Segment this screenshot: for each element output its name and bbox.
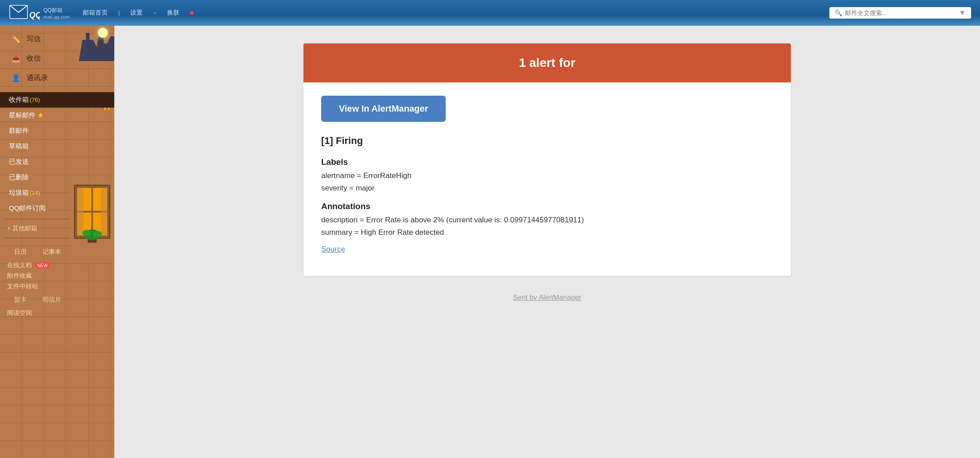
search-bar[interactable]: 🔍 ▼ xyxy=(829,7,971,19)
severity-label: severity = major xyxy=(321,184,773,193)
svg-point-12 xyxy=(93,231,102,237)
reading-space-link[interactable]: 阅读空间 xyxy=(7,309,107,317)
content-area: 1 alert for View In AlertManager [1] Fir… xyxy=(114,26,980,458)
compose-icon: ✏️ xyxy=(10,33,22,45)
labels-section-title: Labels xyxy=(321,157,773,167)
file-transfer-link[interactable]: 文件中转站 xyxy=(7,283,107,291)
nav-theme[interactable]: 换肤 xyxy=(167,9,179,17)
sidebar: 🐈 ✏️ 写信 📥 收信 👤 通讯录 收件箱(76) 星标邮件 ★ xyxy=(0,26,114,458)
search-icon: 🔍 xyxy=(835,9,842,16)
sidebar-item-starred[interactable]: 星标邮件 ★ xyxy=(0,108,114,123)
alert-header: 1 alert for xyxy=(303,43,791,82)
annotations-section-title: Annotations xyxy=(321,202,773,211)
sent-by-footer: Sent by AlertManager xyxy=(513,294,581,302)
email-card: 1 alert for View In AlertManager [1] Fir… xyxy=(303,43,791,276)
logo-area: QQ QQ邮箱 mail.qq.com xyxy=(9,3,70,23)
contacts-icon: 👤 xyxy=(10,72,22,84)
svg-point-11 xyxy=(82,230,91,236)
receive-label: 收信 xyxy=(27,54,41,63)
sidebar-item-inbox[interactable]: 收件箱(76) xyxy=(0,92,114,108)
top-bar: QQ QQ邮箱 mail.qq.com 邮箱首页 | 设置 – 换肤 🔍 ▼ xyxy=(0,0,980,26)
greeting-card-link[interactable]: 贺卡 xyxy=(14,296,27,304)
notes-link[interactable]: 记事本 xyxy=(43,248,61,256)
email-body: View In AlertManager [1] Firing Labels a… xyxy=(303,82,791,276)
search-dropdown-icon[interactable]: ▼ xyxy=(959,9,966,17)
attachment-collection-link[interactable]: 附件收藏 xyxy=(7,272,107,280)
summary-annotation: summary = High Error Rate detected xyxy=(321,228,773,237)
sent-by-link[interactable]: Sent by AlertManager xyxy=(513,294,581,301)
contacts-button[interactable]: 👤 通讯录 xyxy=(4,69,110,87)
sidebar-card-row: 贺卡 | 明信片 xyxy=(7,293,107,307)
source-link[interactable]: Source xyxy=(321,245,345,254)
top-nav: 邮箱首页 | 设置 – 换肤 xyxy=(83,9,194,17)
compose-label: 写信 xyxy=(27,35,41,44)
sidebar-item-group[interactable]: 群邮件 xyxy=(0,123,114,139)
logo-subtext: QQ邮箱 mail.qq.com xyxy=(43,7,70,19)
online-docs-link[interactable]: 在线文档 NEW xyxy=(7,261,107,269)
window-svg xyxy=(70,181,114,260)
sidebar-item-sent[interactable]: 已发送 xyxy=(0,154,114,170)
contacts-label: 通讯录 xyxy=(27,74,48,83)
new-badge: NEW xyxy=(35,263,49,268)
svg-text:QQ: QQ xyxy=(29,11,40,19)
nav-settings[interactable]: 设置 xyxy=(130,9,143,17)
svg-rect-7 xyxy=(77,188,83,236)
annotations-section: Annotations description = Error Rate is … xyxy=(321,202,773,254)
postcard-link[interactable]: 明信片 xyxy=(43,296,61,304)
svg-rect-8 xyxy=(101,188,107,236)
view-in-alertmanager-button[interactable]: View In AlertManager xyxy=(321,96,446,122)
search-input[interactable] xyxy=(845,9,956,16)
calendar-link[interactable]: 日历 xyxy=(14,248,27,256)
mail-logo-icon: QQ xyxy=(9,3,40,23)
description-annotation: description = Error Rate is above 2% (cu… xyxy=(321,216,773,225)
star-icon: ★ xyxy=(37,111,44,119)
moon-decoration xyxy=(98,28,108,38)
sidebar-item-drafts[interactable]: 草稿箱 xyxy=(0,139,114,154)
receive-icon: 📥 xyxy=(10,52,22,65)
nav-mailbox-home[interactable]: 邮箱首页 xyxy=(83,9,108,17)
main-area: 🐈 ✏️ 写信 📥 收信 👤 通讯录 收件箱(76) 星标邮件 ★ xyxy=(0,26,980,458)
alert-title: 1 alert for xyxy=(321,56,773,70)
alertname-label: alertname = ErrorRateHigh xyxy=(321,171,773,180)
firing-title: [1] Firing xyxy=(321,135,773,147)
theme-dot xyxy=(190,11,194,15)
window-illustration xyxy=(70,181,114,260)
